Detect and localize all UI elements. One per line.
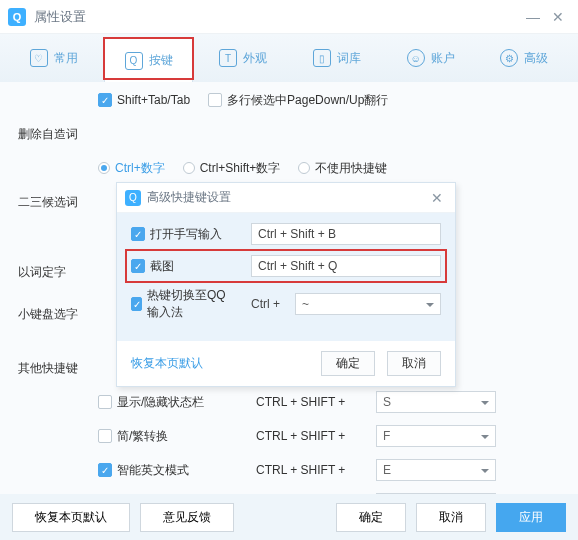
minimize-button[interactable]: — bbox=[520, 5, 546, 29]
key-icon: Q bbox=[125, 52, 143, 70]
tab-label: 按键 bbox=[149, 52, 173, 69]
label-yici: 以词定字 bbox=[18, 264, 98, 281]
select-value: E bbox=[383, 463, 391, 477]
radio-label: 不使用快捷键 bbox=[315, 160, 387, 177]
user-icon: ☺ bbox=[407, 49, 425, 67]
feedback-button[interactable]: 意见反馈 bbox=[140, 503, 234, 532]
book-icon: ▯ bbox=[313, 49, 331, 67]
window-title: 属性设置 bbox=[34, 8, 520, 26]
close-button[interactable]: ✕ bbox=[546, 5, 570, 29]
checkbox-shift-tab[interactable]: ✓Shift+Tab/Tab bbox=[98, 93, 190, 107]
modal-title: 高级快捷键设置 bbox=[147, 189, 427, 206]
cancel-button[interactable]: 取消 bbox=[416, 503, 486, 532]
tab-label: 常用 bbox=[54, 50, 78, 67]
tab-label: 词库 bbox=[337, 50, 361, 67]
checkbox-label: 热键切换至QQ输入法 bbox=[147, 287, 233, 321]
radio-label: Ctrl+数字 bbox=[115, 160, 165, 177]
input-screenshot-shortcut[interactable] bbox=[251, 255, 441, 277]
tab-changyong[interactable]: ♡常用 bbox=[10, 34, 98, 82]
radio-no-shortcut[interactable]: 不使用快捷键 bbox=[298, 160, 387, 177]
radio-label: Ctrl+Shift+数字 bbox=[200, 160, 281, 177]
select-shortcut-s[interactable]: S bbox=[376, 391, 496, 413]
checkbox-label: 智能英文模式 bbox=[117, 462, 189, 479]
heart-icon: ♡ bbox=[30, 49, 48, 67]
checkbox-show-status[interactable]: 显示/隐藏状态栏 bbox=[98, 394, 238, 411]
checkbox-label: 多行候选中PageDown/Up翻行 bbox=[227, 92, 388, 109]
modal-ok-button[interactable]: 确定 bbox=[321, 351, 375, 376]
tab-ciku[interactable]: ▯词库 bbox=[293, 34, 381, 82]
shortcut-prefix: CTRL + SHIFT + bbox=[256, 463, 376, 477]
modal-cancel-button[interactable]: 取消 bbox=[387, 351, 441, 376]
advanced-shortcut-modal: Q 高级快捷键设置 ✕ ✓打开手写输入 ✓截图 ✓热键切换至QQ输入法 Ctrl… bbox=[116, 182, 456, 387]
ok-button[interactable]: 确定 bbox=[336, 503, 406, 532]
app-logo: Q bbox=[8, 8, 26, 26]
shortcut-prefix: CTRL + SHIFT + bbox=[256, 429, 376, 443]
select-switch-key[interactable]: ~ bbox=[295, 293, 441, 315]
tab-label: 账户 bbox=[431, 50, 455, 67]
tab-anjian[interactable]: Q按键 bbox=[104, 38, 194, 82]
checkbox-label: 打开手写输入 bbox=[150, 226, 222, 243]
label-xjp: 小键盘选字 bbox=[18, 306, 98, 323]
checkbox-label: 简/繁转换 bbox=[117, 428, 168, 445]
restore-defaults-button[interactable]: 恢复本页默认 bbox=[12, 503, 130, 532]
select-value: F bbox=[383, 429, 390, 443]
gear-icon: ⚙ bbox=[500, 49, 518, 67]
label-ersan: 二三候选词 bbox=[18, 194, 98, 211]
checkbox-label: 截图 bbox=[150, 258, 174, 275]
input-handwrite-shortcut[interactable] bbox=[251, 223, 441, 245]
tab-waiguan[interactable]: T外观 bbox=[199, 34, 287, 82]
checkbox-label: 显示/隐藏状态栏 bbox=[117, 394, 204, 411]
radio-ctrl-shift-num[interactable]: Ctrl+Shift+数字 bbox=[183, 160, 281, 177]
modal-logo: Q bbox=[125, 190, 141, 206]
tab-gaoji[interactable]: ⚙高级 bbox=[480, 34, 568, 82]
select-shortcut-e[interactable]: E bbox=[376, 459, 496, 481]
tab-label: 高级 bbox=[524, 50, 548, 67]
select-value: ~ bbox=[302, 297, 309, 311]
modal-close-button[interactable]: ✕ bbox=[427, 190, 447, 206]
checkbox-switch-qq[interactable]: ✓热键切换至QQ输入法 bbox=[131, 287, 233, 321]
ctrl-plus-label: Ctrl + bbox=[251, 297, 295, 311]
shirt-icon: T bbox=[219, 49, 237, 67]
shortcut-prefix: CTRL + SHIFT + bbox=[256, 395, 376, 409]
select-value: S bbox=[383, 395, 391, 409]
label-qita: 其他快捷键 bbox=[18, 360, 98, 377]
tab-label: 外观 bbox=[243, 50, 267, 67]
checkbox-zhineng[interactable]: ✓智能英文模式 bbox=[98, 462, 238, 479]
label-delete-custom: 删除自造词 bbox=[18, 126, 98, 143]
modal-restore-link[interactable]: 恢复本页默认 bbox=[131, 355, 203, 372]
checkbox-jianfan[interactable]: 简/繁转换 bbox=[98, 428, 238, 445]
radio-ctrl-num[interactable]: Ctrl+数字 bbox=[98, 160, 165, 177]
select-shortcut-f[interactable]: F bbox=[376, 425, 496, 447]
tab-zhanghu[interactable]: ☺账户 bbox=[387, 34, 475, 82]
checkbox-multi-page[interactable]: 多行候选中PageDown/Up翻行 bbox=[208, 92, 388, 109]
checkbox-handwrite[interactable]: ✓打开手写输入 bbox=[131, 226, 222, 243]
apply-button[interactable]: 应用 bbox=[496, 503, 566, 532]
checkbox-screenshot[interactable]: ✓截图 bbox=[131, 258, 174, 275]
checkbox-label: Shift+Tab/Tab bbox=[117, 93, 190, 107]
